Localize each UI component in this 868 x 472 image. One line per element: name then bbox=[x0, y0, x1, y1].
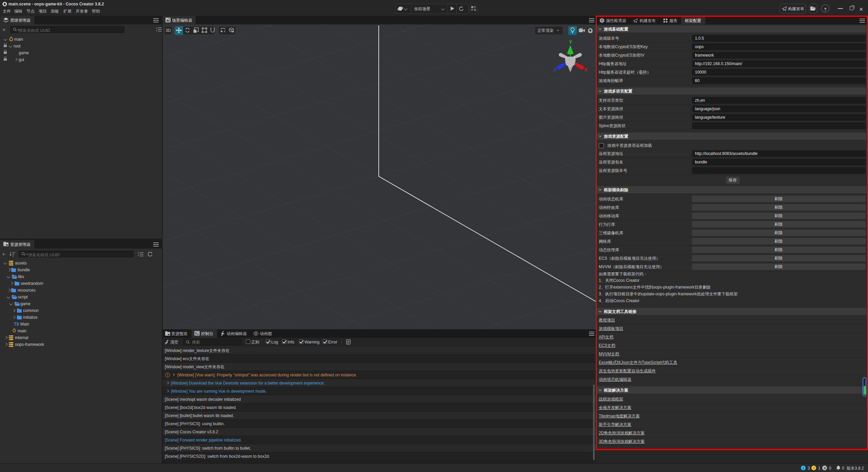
svg-text:Y: Y bbox=[569, 39, 572, 45]
svg-text:X: X bbox=[584, 67, 588, 72]
svg-text:Z: Z bbox=[554, 67, 557, 72]
